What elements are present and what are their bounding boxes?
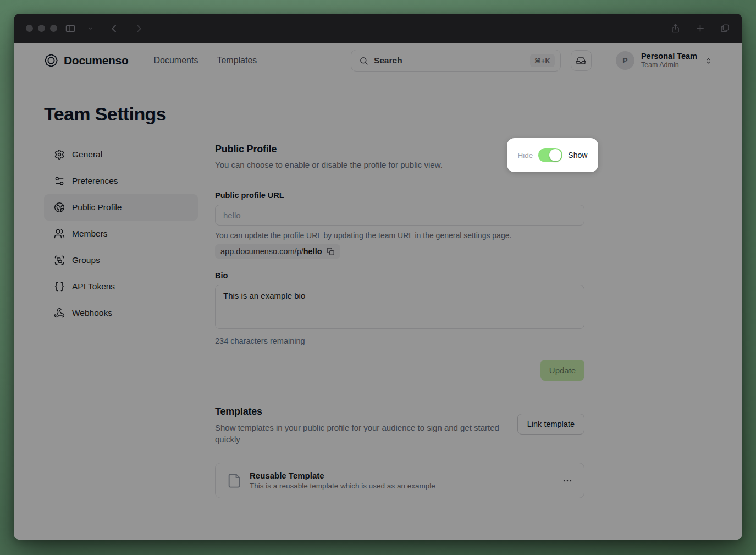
toggle-hide-label: Hide [518,151,533,160]
chevron-down-icon[interactable] [87,25,93,31]
dim-overlay [14,43,742,540]
share-icon[interactable] [670,23,681,34]
zoom-window-button[interactable] [50,25,57,32]
sidebar-icon[interactable] [65,23,76,34]
tab-overview-icon[interactable] [720,23,730,34]
close-window-button[interactable] [26,25,33,32]
minimize-window-button[interactable] [38,25,45,32]
new-tab-icon[interactable] [695,23,705,34]
toggle-show-label: Show [568,151,587,160]
profile-visibility-toggle[interactable] [538,148,562,162]
back-icon[interactable] [109,23,120,34]
profile-visibility-spotlight: Hide Show [507,138,598,172]
page-content: Documenso Documents Templates ⌘+K P [14,43,742,540]
toggle-knob [549,149,561,161]
forward-icon[interactable] [133,23,144,34]
window-controls [26,25,57,32]
toolbar-divider [84,23,84,34]
browser-window: Documenso Documents Templates ⌘+K P [14,14,742,540]
browser-titlebar [14,14,742,43]
